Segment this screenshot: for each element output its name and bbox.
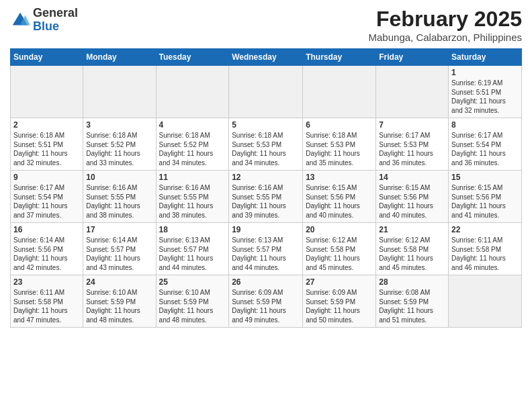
day-number: 23 (13, 277, 80, 287)
day-number: 16 (13, 225, 80, 234)
day-number: 25 (159, 277, 226, 287)
calendar-week-row: 1Sunrise: 6:19 AM Sunset: 5:51 PM Daylig… (11, 66, 522, 118)
calendar-cell: 26Sunrise: 6:09 AM Sunset: 5:59 PM Dayli… (229, 275, 303, 328)
calendar-cell: 18Sunrise: 6:13 AM Sunset: 5:57 PM Dayli… (156, 223, 229, 275)
day-info: Sunrise: 6:15 AM Sunset: 5:56 PM Dayligh… (306, 183, 373, 220)
day-info: Sunrise: 6:16 AM Sunset: 5:55 PM Dayligh… (159, 183, 226, 220)
calendar-cell: 27Sunrise: 6:09 AM Sunset: 5:59 PM Dayli… (303, 275, 376, 328)
calendar-cell: 14Sunrise: 6:15 AM Sunset: 5:56 PM Dayli… (376, 171, 449, 223)
title-area: February 2025 Mabunga, Calabarzon, Phili… (369, 7, 522, 43)
day-info: Sunrise: 6:18 AM Sunset: 5:53 PM Dayligh… (232, 131, 300, 167)
day-info: Sunrise: 6:13 AM Sunset: 5:57 PM Dayligh… (159, 236, 226, 272)
day-info: Sunrise: 6:18 AM Sunset: 5:52 PM Dayligh… (159, 131, 226, 167)
day-number: 19 (232, 225, 300, 234)
calendar-cell (156, 66, 229, 118)
calendar-cell: 24Sunrise: 6:10 AM Sunset: 5:59 PM Dayli… (83, 275, 156, 328)
day-number: 5 (232, 120, 300, 130)
calendar-cell (303, 66, 376, 118)
day-info: Sunrise: 6:18 AM Sunset: 5:53 PM Dayligh… (306, 131, 373, 167)
calendar-cell (229, 66, 303, 118)
day-info: Sunrise: 6:10 AM Sunset: 5:59 PM Dayligh… (159, 288, 226, 324)
day-number: 7 (379, 120, 445, 130)
day-info: Sunrise: 6:16 AM Sunset: 5:55 PM Dayligh… (86, 183, 152, 220)
weekday-header: Monday (83, 49, 156, 66)
day-number: 27 (306, 277, 373, 287)
day-info: Sunrise: 6:12 AM Sunset: 5:58 PM Dayligh… (379, 236, 445, 272)
day-number: 10 (86, 173, 152, 182)
calendar-cell: 6Sunrise: 6:18 AM Sunset: 5:53 PM Daylig… (303, 118, 376, 171)
day-number: 2 (13, 120, 80, 130)
logo: General Blue (10, 7, 78, 34)
page-container: General Blue February 2025 Mabunga, Cala… (0, 0, 532, 334)
weekday-header: Friday (376, 49, 449, 66)
calendar-header-row: SundayMondayTuesdayWednesdayThursdayFrid… (11, 49, 522, 66)
day-number: 12 (232, 173, 300, 182)
day-info: Sunrise: 6:15 AM Sunset: 5:56 PM Dayligh… (451, 183, 519, 220)
calendar-cell: 22Sunrise: 6:11 AM Sunset: 5:58 PM Dayli… (449, 223, 522, 275)
day-info: Sunrise: 6:15 AM Sunset: 5:56 PM Dayligh… (379, 183, 445, 220)
calendar-cell: 16Sunrise: 6:14 AM Sunset: 5:56 PM Dayli… (11, 223, 83, 275)
calendar-cell: 13Sunrise: 6:15 AM Sunset: 5:56 PM Dayli… (303, 171, 376, 223)
calendar-cell: 10Sunrise: 6:16 AM Sunset: 5:55 PM Dayli… (83, 171, 156, 223)
day-info: Sunrise: 6:10 AM Sunset: 5:59 PM Dayligh… (86, 288, 152, 324)
day-number: 15 (451, 173, 519, 182)
day-number: 20 (306, 225, 373, 234)
day-info: Sunrise: 6:12 AM Sunset: 5:58 PM Dayligh… (306, 236, 373, 272)
calendar-cell (83, 66, 156, 118)
calendar-cell (11, 66, 83, 118)
weekday-header: Sunday (11, 49, 83, 66)
calendar-cell: 17Sunrise: 6:14 AM Sunset: 5:57 PM Dayli… (83, 223, 156, 275)
calendar-cell: 3Sunrise: 6:18 AM Sunset: 5:52 PM Daylig… (83, 118, 156, 171)
header: General Blue February 2025 Mabunga, Cala… (10, 7, 522, 43)
calendar-cell: 28Sunrise: 6:08 AM Sunset: 5:59 PM Dayli… (376, 275, 449, 328)
calendar-cell: 11Sunrise: 6:16 AM Sunset: 5:55 PM Dayli… (156, 171, 229, 223)
calendar-cell: 5Sunrise: 6:18 AM Sunset: 5:53 PM Daylig… (229, 118, 303, 171)
weekday-header: Saturday (449, 49, 522, 66)
day-number: 8 (451, 120, 519, 130)
calendar-week-row: 9Sunrise: 6:17 AM Sunset: 5:54 PM Daylig… (11, 171, 522, 223)
calendar-cell: 12Sunrise: 6:16 AM Sunset: 5:55 PM Dayli… (229, 171, 303, 223)
day-number: 3 (86, 120, 152, 130)
calendar-cell: 2Sunrise: 6:18 AM Sunset: 5:51 PM Daylig… (11, 118, 83, 171)
day-info: Sunrise: 6:11 AM Sunset: 5:58 PM Dayligh… (451, 236, 519, 272)
weekday-header: Thursday (303, 49, 376, 66)
calendar-cell (449, 275, 522, 328)
day-number: 26 (232, 277, 300, 287)
calendar-cell: 19Sunrise: 6:13 AM Sunset: 5:57 PM Dayli… (229, 223, 303, 275)
calendar-cell: 9Sunrise: 6:17 AM Sunset: 5:54 PM Daylig… (11, 171, 83, 223)
day-number: 9 (13, 173, 80, 182)
day-number: 13 (306, 173, 373, 182)
calendar-cell: 20Sunrise: 6:12 AM Sunset: 5:58 PM Dayli… (303, 223, 376, 275)
day-info: Sunrise: 6:08 AM Sunset: 5:59 PM Dayligh… (379, 288, 445, 324)
calendar-cell: 4Sunrise: 6:18 AM Sunset: 5:52 PM Daylig… (156, 118, 229, 171)
day-info: Sunrise: 6:14 AM Sunset: 5:56 PM Dayligh… (13, 236, 80, 272)
logo-blue: Blue (33, 19, 59, 33)
location: Mabunga, Calabarzon, Philippines (369, 32, 522, 43)
day-info: Sunrise: 6:18 AM Sunset: 5:52 PM Dayligh… (86, 131, 152, 167)
day-info: Sunrise: 6:16 AM Sunset: 5:55 PM Dayligh… (232, 183, 300, 220)
day-number: 24 (86, 277, 152, 287)
day-number: 18 (159, 225, 226, 234)
day-info: Sunrise: 6:09 AM Sunset: 5:59 PM Dayligh… (306, 288, 373, 324)
day-info: Sunrise: 6:19 AM Sunset: 5:51 PM Dayligh… (451, 79, 519, 115)
day-info: Sunrise: 6:13 AM Sunset: 5:57 PM Dayligh… (232, 236, 300, 272)
day-info: Sunrise: 6:17 AM Sunset: 5:54 PM Dayligh… (451, 131, 519, 167)
calendar-table: SundayMondayTuesdayWednesdayThursdayFrid… (10, 48, 522, 328)
calendar-cell: 25Sunrise: 6:10 AM Sunset: 5:59 PM Dayli… (156, 275, 229, 328)
day-number: 28 (379, 277, 445, 287)
day-info: Sunrise: 6:11 AM Sunset: 5:58 PM Dayligh… (13, 288, 80, 324)
calendar-cell: 1Sunrise: 6:19 AM Sunset: 5:51 PM Daylig… (449, 66, 522, 118)
calendar-cell (376, 66, 449, 118)
calendar-week-row: 16Sunrise: 6:14 AM Sunset: 5:56 PM Dayli… (11, 223, 522, 275)
day-number: 11 (159, 173, 226, 182)
day-info: Sunrise: 6:09 AM Sunset: 5:59 PM Dayligh… (232, 288, 300, 324)
calendar-week-row: 23Sunrise: 6:11 AM Sunset: 5:58 PM Dayli… (11, 275, 522, 328)
day-number: 22 (451, 225, 519, 234)
logo-general: General (33, 6, 78, 19)
day-info: Sunrise: 6:14 AM Sunset: 5:57 PM Dayligh… (86, 236, 152, 272)
month-title: February 2025 (369, 7, 522, 32)
logo-icon (10, 10, 30, 30)
day-number: 6 (306, 120, 373, 130)
day-number: 17 (86, 225, 152, 234)
calendar-cell: 21Sunrise: 6:12 AM Sunset: 5:58 PM Dayli… (376, 223, 449, 275)
